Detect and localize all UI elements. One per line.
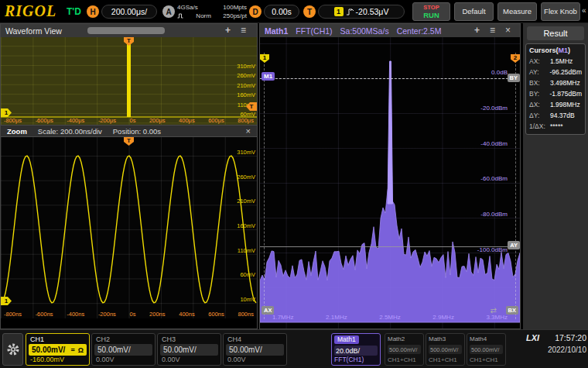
tick-label: -800ns — [4, 311, 22, 318]
menu-icon[interactable]: ≡ — [241, 25, 246, 36]
move-icon[interactable]: + — [474, 25, 480, 36]
ch1-tile[interactable]: CH1 50.00mV/ = Ω -160.00mV — [26, 333, 90, 366]
titlebar-handle[interactable] — [87, 27, 165, 34]
fft-plot[interactable]: 1 2 M1 0.0dB-20.0dBm-40.0dBm-60.0dBm-80.… — [260, 37, 520, 328]
result-title: Result — [527, 26, 584, 40]
ch2-scale: 50.00mV/ — [97, 346, 131, 354]
ch4-offset: 0.00V — [227, 356, 246, 363]
delay-value[interactable]: 0.00s — [264, 5, 299, 19]
tick-label: 800μs — [238, 117, 254, 124]
horizontal-icon[interactable]: H — [87, 5, 99, 18]
cursor-swap-icon[interactable]: ⇄ — [491, 306, 497, 315]
cursors-result-box[interactable]: Cursors(M1) AX:1.5MHz AY:-96.25dBm BX:3.… — [525, 43, 586, 135]
tick-label: -200ns — [98, 311, 116, 318]
close-icon[interactable]: × — [505, 25, 511, 36]
run-stop-button[interactable]: STOP RUN — [412, 2, 450, 21]
tick-label: 400ns — [179, 311, 194, 318]
math1-function: FFT(CH1) — [334, 356, 364, 363]
math2-scale: 500.00mV/ — [389, 346, 417, 353]
zoom-scale: Scale: 200.00ns/div — [38, 127, 102, 136]
trigger-icon[interactable]: T — [303, 5, 316, 18]
waveform-view-window: Waveform View + ≡ T 1 T 310mV260mV210mV1… — [0, 23, 258, 329]
result-panel: Result Cursors(M1) AX:1.5MHz AY:-96.25dB… — [523, 23, 588, 329]
trigger-level: -20.53μV — [356, 7, 389, 16]
zoom-plot[interactable]: T 1 310mV260mV210mV160mV110mV60mV10mV -8… — [1, 137, 257, 318]
cursor-bx-badge[interactable]: BX — [506, 306, 518, 315]
ch3-offset: 0.00V — [162, 356, 180, 363]
default-label: Default — [462, 8, 485, 15]
math4-tile[interactable]: Math4 500.00mV/ CH1+CH1 — [467, 333, 506, 366]
row-value: ***** — [550, 121, 563, 132]
cursor-ax-badge[interactable]: AX — [262, 306, 274, 315]
ch1-scale: 50.00mV/ — [32, 346, 65, 354]
row-label: AY: — [529, 67, 549, 77]
tick-label: 600ns — [208, 311, 224, 318]
delay-icon[interactable]: D — [249, 5, 262, 18]
cursor-row-ay: AY:-96.25dBm — [529, 67, 582, 77]
tick-label: 200μs — [149, 117, 166, 124]
menu-icon[interactable]: ≡ — [490, 25, 495, 36]
settings-button[interactable] — [2, 333, 23, 366]
row-value: 1.998MHz — [550, 99, 580, 110]
row-value: -1.875dBm — [549, 88, 582, 99]
tick-label: 0s — [130, 117, 136, 124]
move-icon[interactable]: + — [225, 25, 231, 36]
cursor-bx-line[interactable] — [515, 53, 516, 319]
tick-label: 1.7MHz — [272, 314, 294, 321]
cursors-title-post: ) — [568, 46, 570, 54]
rising-edge-icon — [346, 8, 354, 16]
default-button[interactable]: Default — [454, 2, 494, 21]
tick-label: -20.0dBm — [480, 105, 508, 112]
fft-frequency-labels: 1.7MHz2.1MHz2.5MHz2.9MHz3.3MHz — [272, 314, 508, 321]
zoom-position: Position: 0.00s — [113, 127, 161, 136]
math2-function: CH1+CH1 — [388, 356, 416, 363]
timebase-value[interactable]: 200.00μs/ — [101, 5, 157, 19]
row-value: -96.25dBm — [549, 67, 582, 77]
math1-reference-marker[interactable]: M1 — [262, 72, 275, 81]
collapse-icon[interactable]: « — [582, 6, 586, 15]
cursor-ay-badge[interactable]: AY — [508, 241, 520, 249]
cursor-ax-line[interactable] — [264, 53, 265, 319]
tick-label: -800μs — [4, 117, 22, 124]
fft-sample-rate: Sa:500MSa/s — [340, 26, 389, 36]
cursor-row-invdx: 1/ΔX:***** — [529, 121, 582, 132]
math4-name: Math4 — [470, 335, 487, 342]
cursor-by-badge[interactable]: BY — [508, 74, 520, 82]
row-label: 1/ΔX: — [529, 121, 550, 132]
tick-label: -600μs — [36, 117, 53, 124]
fft-db-labels: 0.0dB-20.0dBm-40.0dBm-60.0dBm-80.0dBm-10… — [477, 70, 508, 253]
oscilloscope-screen: RIGOL T'D H 200.00μs/ A 4GSa/s 100Mpts N… — [0, 0, 588, 368]
cursors-source: M1 — [559, 46, 569, 54]
ch2-tile[interactable]: CH2 50.00mV/ 0.00V — [91, 333, 156, 366]
math2-tile[interactable]: Math2 500.00mV/ CH1+CH1 — [385, 333, 424, 366]
tick-label: -400μs — [67, 117, 84, 124]
zoom-close-icon[interactable]: × — [246, 126, 251, 136]
fft-window: Math1 FFT(CH1) Sa:500MSa/s Center:2.5M +… — [259, 23, 521, 329]
ch1-scale-block: 50.00mV/ = Ω — [29, 344, 87, 356]
waveform-overview[interactable]: T 1 T 310mV260mV210mV160mV110mV60mV -800… — [1, 37, 257, 125]
trigger-settings[interactable]: 1 -20.53μV — [318, 5, 405, 19]
tick-label: 3.3MHz — [486, 314, 508, 321]
tick-label: 2.9MHz — [432, 314, 454, 321]
ch3-tile[interactable]: CH3 50.00mV/ 0.00V — [157, 333, 221, 366]
fft-function: FFT(CH1) — [296, 26, 332, 36]
math3-tile[interactable]: Math3 500.00mV/ CH1+CH1 — [426, 333, 465, 366]
row-label: AX: — [529, 56, 550, 67]
waveform-view-title: Waveform View — [5, 26, 62, 36]
fft-center-freq: Center:2.5M — [397, 26, 442, 36]
math1-tile[interactable]: Math1 20.0dB/ FFT(CH1) — [331, 333, 381, 366]
acquisition-info[interactable]: 4GSa/s 100Mpts Norm 250ps/pt — [177, 3, 247, 20]
waveform-view-titlebar[interactable]: Waveform View + ≡ — [1, 24, 257, 37]
measure-button[interactable]: Measure — [497, 2, 537, 21]
row-value: 94.37dB — [550, 110, 575, 121]
cursor-row-by: BY:-1.875dBm — [529, 88, 582, 99]
row-label: BX: — [529, 77, 550, 88]
tick-label: -100.0dBm — [477, 247, 508, 253]
fft-titlebar[interactable]: Math1 FFT(CH1) Sa:500MSa/s Center:2.5M +… — [260, 24, 520, 37]
acquisition-icon[interactable]: A — [162, 5, 175, 18]
ch4-tile[interactable]: CH4 50.00mV/ 0.00V — [223, 333, 287, 366]
run-label: RUN — [423, 12, 439, 19]
impedance-icon: Ω — [78, 346, 84, 354]
tick-label: 200ns — [149, 311, 165, 318]
flex-knob-button[interactable]: Flex Knob — [541, 2, 580, 21]
